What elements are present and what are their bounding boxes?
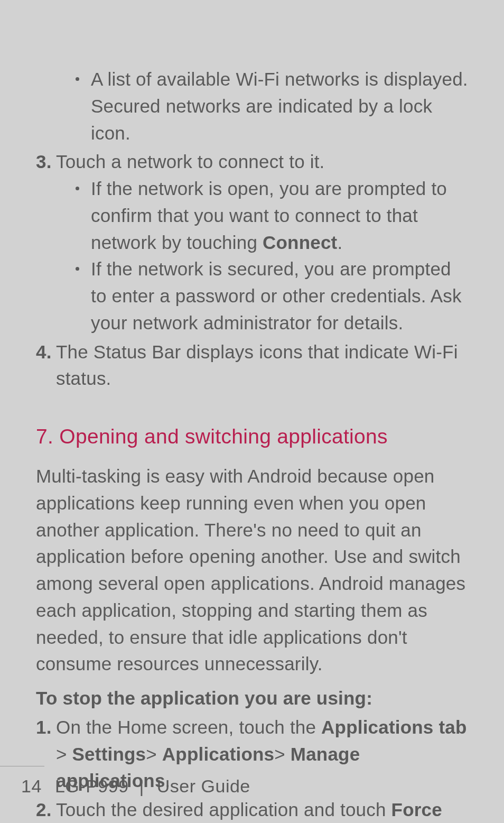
section-heading: 7. Opening and switching applications (36, 425, 468, 448)
step-3: 3. Touch a network to connect to it. (36, 149, 468, 175)
footer-title: User Guide (157, 776, 250, 796)
step-marker: 1. (36, 714, 56, 741)
bullet-item: If the network is secured, you are promp… (76, 256, 468, 336)
step-4: 4. The Status Bar displays icons that in… (36, 339, 468, 393)
text-run: Touch the desired application and touch (56, 799, 391, 820)
step-marker: 3. (36, 149, 56, 175)
footer-model: LG-P999 (55, 776, 129, 796)
text-run: . (337, 232, 342, 253)
document-page: A list of available Wi-Fi networks is di… (0, 0, 504, 823)
paragraph: Multi-tasking is easy with Android becau… (36, 463, 468, 678)
text-run: > (56, 744, 72, 764)
bullet-dot-icon (76, 77, 79, 81)
text-run: On the Home screen, touch the (56, 717, 321, 737)
bullet-dot-icon (76, 187, 79, 190)
step-text: Touch the desired application and touch … (56, 797, 468, 823)
footer-separator: | (139, 776, 144, 797)
bullet-dot-icon (76, 267, 79, 271)
bold-applications: Applications (162, 744, 274, 764)
bold-settings: Settings (72, 744, 146, 764)
stop-step-2: 2. Touch the desired application and tou… (36, 797, 468, 823)
bullet-text: If the network is secured, you are promp… (91, 256, 468, 336)
bullet-list-top: A list of available Wi-Fi networks is di… (70, 66, 468, 146)
bullet-text: A list of available Wi-Fi networks is di… (91, 66, 468, 146)
footer-text: 14 LG-P999 | User Guide (0, 776, 504, 797)
sub-heading: To stop the application you are using: (36, 685, 468, 712)
page-footer: 14 LG-P999 | User Guide (0, 766, 504, 797)
bullet-item: If the network is open, you are prompted… (76, 175, 468, 256)
step-marker: 4. (36, 339, 56, 366)
bullet-item: A list of available Wi-Fi networks is di… (76, 66, 468, 146)
text-run: > (274, 744, 291, 764)
bullet-text: If the network is open, you are prompted… (91, 175, 468, 256)
step-marker: 2. (36, 797, 56, 823)
page-number: 14 (21, 776, 50, 797)
step-text: The Status Bar displays icons that indic… (56, 339, 468, 393)
text-run: > (146, 744, 162, 764)
step-3-sublist: If the network is open, you are prompted… (70, 175, 468, 337)
footer-rule (0, 766, 44, 766)
step-text: Touch a network to connect to it. (56, 149, 468, 175)
bold-connect: Connect (263, 232, 337, 253)
bold-applications-tab: Applications tab (321, 717, 466, 737)
